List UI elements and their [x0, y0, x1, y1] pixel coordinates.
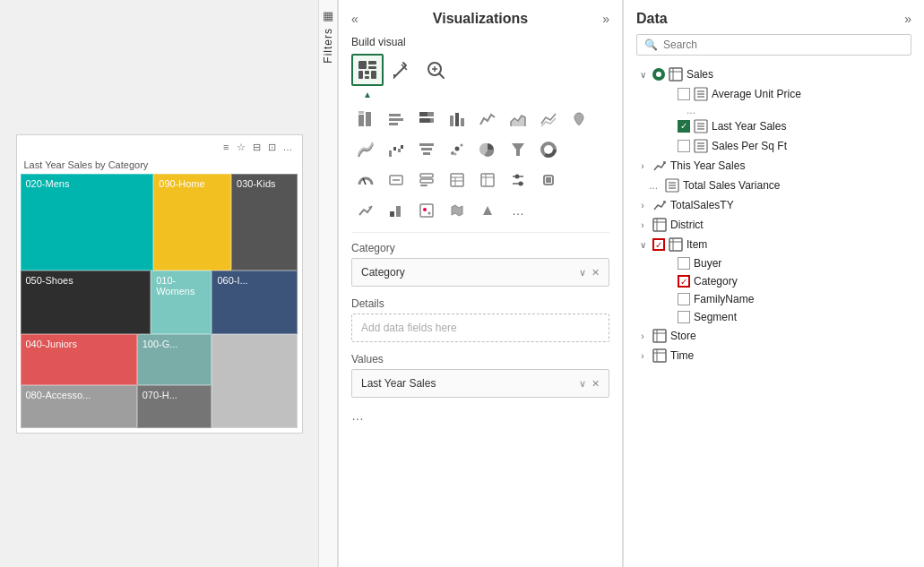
total-sales-ty-label: TotalSalesTY: [670, 199, 734, 211]
tree-item-buyer[interactable]: Buyer: [649, 254, 924, 272]
sales-expand-icon[interactable]: ∨: [636, 70, 649, 80]
search-input[interactable]: [663, 39, 903, 51]
tys-expand-icon[interactable]: ›: [636, 161, 649, 171]
sales-per-sq-ft-checkbox[interactable]: [678, 140, 690, 152]
segment-checkbox[interactable]: [678, 311, 690, 323]
tree-item-item[interactable]: ∨ ✓ Item: [624, 235, 924, 254]
tree-item-total-sales-variance[interactable]: ... Total Sales Variance: [649, 176, 924, 195]
viz-icon-donut[interactable]: [534, 135, 563, 164]
avg-unit-price-dots[interactable]: ...: [649, 104, 924, 116]
treemap-cell-100g[interactable]: 100-G...: [137, 334, 212, 385]
viz-icon-matrix[interactable]: [473, 166, 502, 194]
more-fields-dots[interactable]: …: [339, 403, 622, 428]
viz-icon-100-stacked[interactable]: [412, 105, 441, 133]
buyer-checkbox[interactable]: [678, 257, 690, 270]
viz-icon-pie[interactable]: [473, 135, 502, 164]
treemap-cell-shoes[interactable]: 050-Shoes: [21, 271, 151, 334]
viz-icon-map2[interactable]: [412, 196, 441, 225]
values-chevron-icon[interactable]: ∨: [579, 378, 586, 390]
viz-icon-cluster[interactable]: [443, 105, 471, 133]
viz-icon-kpi[interactable]: [351, 196, 380, 225]
toolbar-menu-icon[interactable]: ≡: [221, 141, 230, 154]
viz-expand-right[interactable]: »: [602, 12, 609, 26]
item-expand-icon[interactable]: ∨: [636, 240, 649, 250]
viz-type-treemap[interactable]: [351, 54, 384, 86]
viz-icon-area[interactable]: [504, 105, 532, 133]
treemap-cell-womens[interactable]: 010-Womens: [151, 271, 212, 334]
tree-item-avg-unit-price[interactable]: Average Unit Price: [649, 84, 924, 104]
viz-icon-bar[interactable]: [382, 105, 410, 133]
toolbar-filter-icon[interactable]: ⊟: [251, 141, 263, 154]
avg-unit-price-checkbox[interactable]: [678, 88, 690, 100]
viz-type-analyze[interactable]: [419, 54, 452, 86]
viz-icon-filled-map[interactable]: [443, 196, 471, 225]
filters-tab[interactable]: ▦ Filters: [318, 0, 338, 567]
viz-icon-shape[interactable]: [534, 166, 563, 194]
search-box[interactable]: 🔍: [636, 34, 911, 56]
viz-icon-multirow-card[interactable]: [412, 166, 441, 194]
district-label: District: [670, 219, 704, 231]
tree-item-district[interactable]: › District: [624, 215, 924, 235]
viz-icon-line2[interactable]: [534, 105, 563, 133]
toolbar-pin-icon[interactable]: ☆: [235, 141, 247, 154]
treemap-cell-kids[interactable]: 030-Kids: [231, 174, 298, 271]
viz-icon-slicer[interactable]: [504, 166, 532, 194]
svg-marker-35: [512, 143, 524, 156]
viz-icon-card[interactable]: [382, 166, 410, 194]
viz-icon-gauge[interactable]: [351, 166, 380, 194]
viz-icon-stacked-bar[interactable]: [351, 105, 380, 133]
viz-icon-arrow[interactable]: [473, 196, 502, 225]
details-placeholder: Add data fields here: [361, 322, 457, 334]
tree-item-store[interactable]: › Store: [624, 326, 924, 346]
viz-type-format[interactable]: [385, 54, 418, 86]
tree-item-total-sales-ty[interactable]: › TotalSalesTY: [624, 195, 924, 215]
district-expand-icon[interactable]: ›: [636, 220, 649, 230]
filters-label[interactable]: Filters: [322, 28, 334, 64]
viz-icon-filter-visual[interactable]: [504, 135, 532, 164]
sales-circle-icon: [652, 68, 665, 81]
viz-icon-more[interactable]: …: [504, 196, 532, 225]
treemap-cell-juniors[interactable]: 040-Juniors: [21, 334, 137, 385]
viz-icon-map[interactable]: [565, 105, 593, 133]
viz-icon-waterfall[interactable]: [382, 135, 410, 164]
treemap-cell-home[interactable]: 090-Home: [153, 174, 231, 271]
treemap-cell-mens[interactable]: 020-Mens: [21, 174, 154, 271]
data-expand-icon[interactable]: »: [904, 12, 911, 26]
viz-icon-bar2[interactable]: [382, 196, 410, 225]
tree-item-this-year-sales[interactable]: › This Year Sales: [624, 156, 924, 176]
toolbar-expand-icon[interactable]: ⊡: [266, 141, 278, 154]
tree-item-time[interactable]: › Time: [624, 346, 924, 365]
tree-item-category[interactable]: ✓ Category: [649, 272, 924, 290]
category-dropzone[interactable]: Category ∨ ✕: [351, 258, 609, 287]
category-remove-icon[interactable]: ✕: [592, 267, 600, 279]
values-remove-icon[interactable]: ✕: [592, 378, 600, 390]
viz-collapse-left[interactable]: «: [351, 12, 358, 26]
tree-item-segment[interactable]: Segment: [649, 308, 924, 326]
treemap-cell-60[interactable]: 060-I...: [212, 271, 298, 334]
tree-item-last-year-sales[interactable]: ✓ Last Year Sales: [649, 116, 924, 136]
time-expand-icon[interactable]: ›: [636, 351, 649, 361]
details-dropzone[interactable]: Add data fields here: [351, 314, 609, 342]
store-expand-icon[interactable]: ›: [636, 331, 649, 341]
toolbar-more-icon[interactable]: …: [281, 141, 295, 154]
values-dropzone[interactable]: Last Year Sales ∨ ✕: [351, 369, 609, 398]
viz-icon-funnel[interactable]: [412, 135, 441, 164]
treemap-cell-accessories[interactable]: 080-Accesso...: [21, 385, 137, 428]
last-year-sales-label: Last Year Sales: [712, 120, 786, 133]
viz-icon-scatter[interactable]: [443, 135, 471, 164]
values-label: Values: [351, 353, 609, 365]
tree-item-family-name[interactable]: FamilyName: [649, 290, 924, 308]
last-year-sales-checkbox[interactable]: ✓: [678, 120, 690, 133]
viz-icon-line[interactable]: [473, 105, 502, 133]
viz-icon-table[interactable]: [443, 166, 471, 194]
svg-rect-43: [420, 185, 427, 186]
tree-item-sales[interactable]: ∨ Sales: [624, 64, 924, 84]
treemap-cell-70h[interactable]: 070-H...: [137, 385, 212, 428]
item-checkbox-red[interactable]: ✓: [652, 238, 665, 251]
tsty-expand-icon[interactable]: ›: [636, 201, 649, 210]
category-chevron-icon[interactable]: ∨: [579, 267, 586, 279]
tree-item-sales-per-sq-ft[interactable]: Sales Per Sq Ft: [649, 136, 924, 156]
category-field-checkbox-red[interactable]: ✓: [678, 275, 690, 288]
viz-icon-ribbon[interactable]: [351, 135, 380, 164]
family-name-checkbox[interactable]: [678, 293, 690, 305]
